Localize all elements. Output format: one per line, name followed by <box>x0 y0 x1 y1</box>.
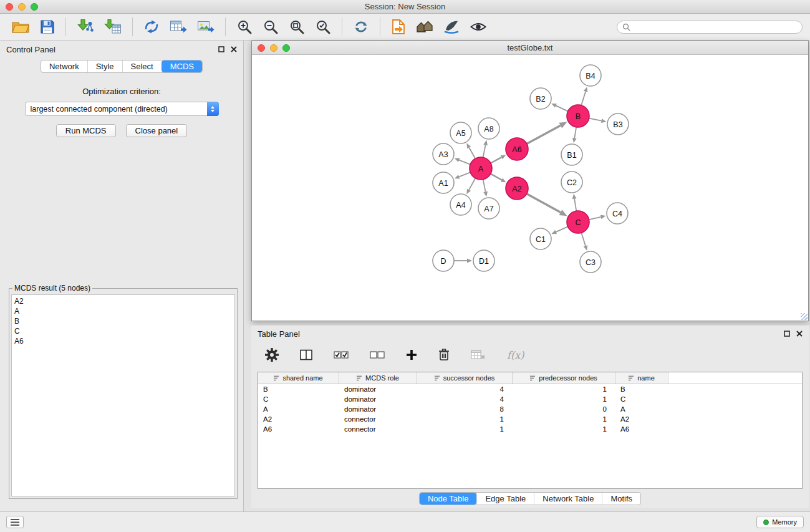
graph-edge-A-A7[interactable] <box>483 180 488 197</box>
export-image-button[interactable] <box>195 19 216 35</box>
table-cell[interactable]: 1 <box>513 394 615 404</box>
graph-edge-B-B3[interactable] <box>589 118 607 123</box>
graph-node-C2[interactable]: C2 <box>561 172 582 193</box>
table-row[interactable]: Bdominator41B <box>258 384 802 394</box>
mcds-result-item[interactable]: A <box>14 306 232 316</box>
table-cell[interactable]: C <box>258 394 339 404</box>
network-canvas[interactable]: B4B2BB3A8A5A6B1A3AC2A1A2A4A7C4CC1C3DD1 <box>252 55 808 321</box>
mcds-result-item[interactable]: A2 <box>14 296 232 306</box>
graph-edge-B-B4[interactable] <box>581 87 587 105</box>
table-cell[interactable]: dominator <box>339 384 417 394</box>
close-panel-button[interactable]: Close panel <box>126 124 188 137</box>
zoom-network-window-button[interactable] <box>282 44 290 52</box>
export-table-button[interactable] <box>168 19 189 35</box>
tab-mcds[interactable]: MCDS <box>162 60 202 72</box>
graph-node-A4[interactable]: A4 <box>450 194 471 215</box>
delete-table-button[interactable] <box>469 348 488 362</box>
graph-node-B[interactable]: B <box>567 105 589 127</box>
graph-node-C4[interactable]: C4 <box>607 203 628 224</box>
column-header-name[interactable]: name <box>615 372 668 384</box>
graph-node-C1[interactable]: C1 <box>530 228 551 249</box>
graph-edge-A2-C[interactable] <box>527 194 567 216</box>
graph-edge-A-A8[interactable] <box>483 140 488 158</box>
mcds-result-list[interactable]: A2ABCA6 <box>11 294 235 496</box>
close-window-button[interactable] <box>6 3 13 11</box>
graph-edge-A-A1[interactable] <box>455 172 470 178</box>
table-cell[interactable]: A <box>258 404 339 414</box>
table-row[interactable]: Adominator80A <box>258 404 802 414</box>
column-header-predecessor-nodes[interactable]: predecessor nodes <box>513 372 615 384</box>
graph-node-A3[interactable]: A3 <box>433 143 454 165</box>
zoom-out-button[interactable] <box>261 17 281 36</box>
graph-node-A5[interactable]: A5 <box>450 122 471 143</box>
network-graph[interactable]: B4B2BB3A8A5A6B1A3AC2A1A2A4A7C4CC1C3DD1 <box>252 55 808 321</box>
column-header-MCDS-role[interactable]: MCDS role <box>339 372 417 384</box>
table-cell[interactable]: 1 <box>513 384 615 394</box>
graph-node-B1[interactable]: B1 <box>561 144 582 165</box>
graph-edge-C-C2[interactable] <box>572 194 577 211</box>
refresh-button[interactable] <box>351 17 371 36</box>
column-header-shared-name[interactable]: shared name <box>258 372 339 384</box>
minimize-network-window-button[interactable] <box>270 44 277 52</box>
table-cell[interactable]: connector <box>339 424 417 434</box>
graph-edge-C-C3[interactable] <box>581 233 587 251</box>
graph-edge-D-D1[interactable] <box>454 259 472 263</box>
graph-edge-A-A5[interactable] <box>466 143 475 159</box>
graph-node-A7[interactable]: A7 <box>478 198 499 219</box>
tab-node-table[interactable]: Node Table <box>420 493 477 505</box>
table-cell[interactable]: 8 <box>417 404 513 414</box>
network-overview-button[interactable] <box>414 19 435 35</box>
select-all-columns-button[interactable] <box>332 349 350 360</box>
graph-node-D[interactable]: D <box>433 250 454 271</box>
minimize-window-button[interactable] <box>18 3 26 11</box>
tab-motifs[interactable]: Motifs <box>602 493 640 505</box>
graph-node-A6[interactable]: A6 <box>506 138 528 160</box>
delete-column-button[interactable] <box>436 347 451 362</box>
graph-node-A1[interactable]: A1 <box>433 172 454 193</box>
graph-edge-A6-B[interactable] <box>527 122 567 144</box>
table-cell[interactable]: dominator <box>339 404 417 414</box>
graph-node-B2[interactable]: B2 <box>530 88 551 109</box>
save-session-button[interactable] <box>38 18 57 36</box>
mcds-result-item[interactable]: B <box>14 316 232 326</box>
table-cell[interactable]: 0 <box>513 404 615 414</box>
function-builder-button[interactable]: f(x) <box>505 348 526 362</box>
tab-network-table[interactable]: Network Table <box>534 493 602 505</box>
graph-edge-B-B1[interactable] <box>572 127 577 143</box>
run-mcds-button[interactable]: Run MCDS <box>56 124 116 137</box>
import-network-button[interactable] <box>75 17 96 36</box>
graph-node-A2[interactable]: A2 <box>506 177 528 200</box>
tab-edge-table[interactable]: Edge Table <box>476 493 534 505</box>
table-cell[interactable]: dominator <box>339 394 417 404</box>
table-cell[interactable]: A <box>615 404 668 414</box>
table-row[interactable]: A6connector11A6 <box>258 424 802 434</box>
tab-select[interactable]: Select <box>122 60 162 72</box>
graph-node-B3[interactable]: B3 <box>607 114 629 135</box>
tab-network[interactable]: Network <box>41 60 87 72</box>
toggle-visibility-button[interactable] <box>468 20 489 34</box>
graph-node-A[interactable]: A <box>470 157 492 180</box>
zoom-window-button[interactable] <box>31 3 38 11</box>
table-cell[interactable]: 4 <box>417 384 513 394</box>
table-cell[interactable]: B <box>615 384 668 394</box>
graph-edge-A-A2[interactable] <box>491 174 506 183</box>
graph-node-C3[interactable]: C3 <box>580 251 601 273</box>
tab-style[interactable]: Style <box>87 60 122 72</box>
zoom-selected-button[interactable] <box>313 17 333 36</box>
column-header-successor-nodes[interactable]: successor nodes <box>417 372 513 384</box>
search-input[interactable] <box>634 23 797 32</box>
deselect-all-columns-button[interactable] <box>368 349 387 360</box>
float-panel-button[interactable] <box>218 45 224 54</box>
table-cell[interactable]: 1 <box>417 424 513 434</box>
task-history-button[interactable] <box>6 516 24 528</box>
graph-node-A8[interactable]: A8 <box>478 118 499 139</box>
table-cell[interactable]: 1 <box>417 414 513 424</box>
table-cell[interactable]: A6 <box>615 424 668 434</box>
table-cell[interactable]: 4 <box>417 394 513 404</box>
mcds-result-item[interactable]: C <box>14 326 232 336</box>
table-row[interactable]: A2connector11A2 <box>258 414 802 424</box>
mcds-result-item[interactable]: A6 <box>14 336 232 346</box>
graph-node-B4[interactable]: B4 <box>580 65 601 86</box>
document-export-button[interactable] <box>389 17 408 36</box>
zoom-fit-button[interactable] <box>287 17 307 36</box>
